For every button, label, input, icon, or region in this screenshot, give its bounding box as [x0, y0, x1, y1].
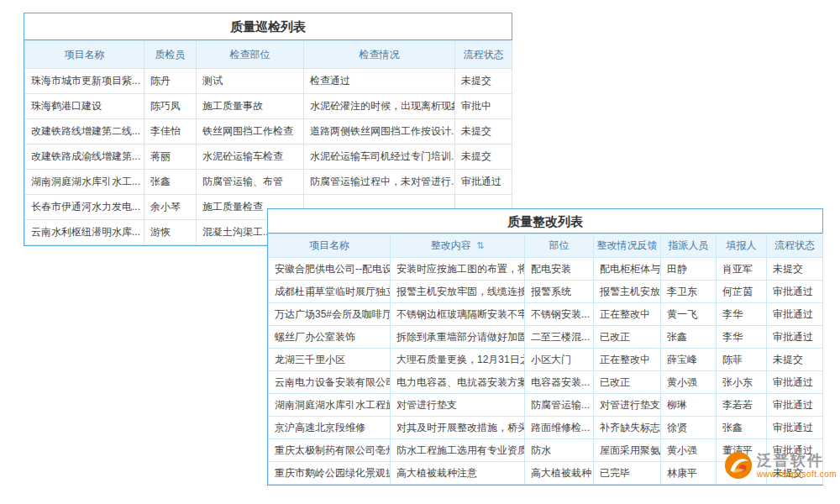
table-row[interactable]: 万达广场35#会所及咖啡厅空...不锈钢边框玻璃隔断安装不牢...不锈钢安装..… — [269, 303, 823, 326]
filler-name: 何芷茵 — [717, 281, 767, 303]
rectify-content: 报警主机安放牢固，线缆连接... — [391, 281, 525, 303]
rectify-feedback: 已完毕 — [594, 462, 661, 485]
page: 质量巡检列表 项目名称 质检员 检查部位 检查情况 流程状态 珠海市城市更新项目… — [0, 0, 840, 504]
assignee-name: 田静 — [661, 258, 717, 281]
rectify-part: 高大植被栽种 — [525, 462, 594, 485]
project-name-link[interactable]: 成都杜甫草堂临时展厅独立展... — [269, 281, 391, 303]
assignee-name: 柳琳 — [661, 394, 717, 417]
flow-status: 审批中 — [455, 94, 512, 119]
logo-website[interactable]: www.fanpusoft.com — [757, 470, 837, 480]
rectify-feedback: 已改正 — [594, 371, 661, 394]
rectify-content: 拆除到承重墙部分请做好加固... — [391, 326, 525, 349]
filler-name: 肖亚军 — [717, 258, 767, 281]
flow-status: 未提交 — [767, 258, 823, 281]
sort-icon[interactable]: ⇅ — [476, 240, 484, 250]
inspector-name: 游恢 — [144, 220, 197, 245]
table-row[interactable]: 安徽合肥供电公司--配电设备...安装时应按施工图的布置，将...配电安装配电柜… — [269, 258, 823, 281]
filler-name: 陈菲 — [717, 349, 767, 371]
col-header-filler: 填报人 — [717, 234, 767, 258]
inspector-name: 余小琴 — [144, 195, 197, 220]
table-row[interactable]: 珠海鹤港口建设陈巧凤施工质量事故水泥砼灌注的时候，出现离析现象审批中 — [25, 94, 512, 119]
rectify-table-card: 质量整改列表 项目名称 整改内容 ⇅ 部位 整改情况反馈 指派人员 填报人 流程… — [267, 208, 823, 486]
rectify-content: 电力电容器、电抗器安装方案... — [391, 371, 525, 394]
col-header-assignee: 指派人员 — [661, 234, 717, 258]
project-name-link[interactable]: 安徽合肥供电公司--配电设备... — [269, 258, 391, 281]
project-name-link[interactable]: 云南电力设备安装有限公司20... — [269, 371, 391, 394]
filler-name: 李若若 — [717, 394, 767, 417]
project-name-link[interactable]: 长春市伊通河水力发电... — [25, 195, 144, 220]
check-part: 测试 — [197, 69, 304, 94]
project-name-link[interactable]: 湖南洞庭湖水库引水工... — [25, 170, 144, 195]
rectify-feedback: 报警主机安放... — [594, 281, 661, 303]
rectify-feedback: 已改正 — [594, 326, 661, 349]
col-header-project-name: 项目名称 — [25, 41, 144, 69]
rectify-table: 项目名称 整改内容 ⇅ 部位 整改情况反馈 指派人员 填报人 流程状态 安徽合肥… — [268, 234, 823, 485]
col-header-rectify-content-label: 整改内容 — [431, 239, 471, 251]
rectify-part: 电容器安装... — [525, 371, 594, 394]
check-part: 铁丝网围挡工作检查 — [197, 119, 304, 144]
inspector-name: 李佳怡 — [144, 119, 197, 144]
project-name-link[interactable]: 万达广场35#会所及咖啡厅空... — [269, 303, 391, 326]
project-name-link[interactable]: 湖南洞庭湖水库引水工程施... — [269, 394, 391, 417]
col-header-part: 部位 — [525, 234, 594, 258]
inspection-header-row: 项目名称 质检员 检查部位 检查情况 流程状态 — [25, 41, 512, 69]
filler-name: 张鑫 — [717, 417, 767, 439]
project-name-link[interactable]: 螺丝厂办公室装饰 — [269, 326, 391, 349]
project-name-link[interactable]: 改建铁路成渝线增建第... — [25, 144, 144, 170]
rectify-part: 报警系统 — [525, 281, 594, 303]
rectify-content: 安装时应按施工图的布置，将... — [391, 258, 525, 281]
project-name-link[interactable]: 珠海鹤港口建设 — [25, 94, 144, 119]
col-header-check-situation: 检查情况 — [304, 41, 455, 69]
rectify-content: 不锈钢边框玻璃隔断安装不牢... — [391, 303, 525, 326]
rectify-content: 对管进行垫支 — [391, 394, 525, 417]
check-situation: 防腐管运输过程中，未对管进行... — [304, 170, 455, 195]
assignee-name: 黄小强 — [661, 371, 717, 394]
project-name-link[interactable]: 改建铁路线增建第二线... — [25, 119, 144, 144]
assignee-name: 黄一飞 — [661, 303, 717, 326]
table-row[interactable]: 湖南洞庭湖水库引水工...张鑫防腐管运输、布管防腐管运输过程中，未对管进行...… — [25, 170, 512, 195]
fanpu-logo: 泛普软件 www.fanpusoft.com — [724, 451, 837, 480]
table-row[interactable]: 云南电力设备安装有限公司20...电力电容器、电抗器安装方案...电容器安装..… — [269, 371, 823, 394]
rectify-table-title: 质量整改列表 — [268, 209, 822, 234]
project-name-link[interactable]: 重庆市鹅岭公园绿化景观提升... — [269, 462, 391, 485]
table-row[interactable]: 改建铁路线增建第二线...李佳怡铁丝网围挡工作检查道路两侧铁丝网围挡工作按设计.… — [25, 119, 512, 144]
rectify-content: 高大植被栽种注意 — [391, 462, 525, 485]
fanpu-logo-text: 泛普软件 www.fanpusoft.com — [757, 452, 837, 479]
logo-brand-name: 泛普软件 — [757, 452, 837, 470]
rectify-content: 大理石质量更换，12月31日之... — [391, 349, 525, 371]
project-name-link[interactable]: 京沪高速北京段维修 — [269, 417, 391, 439]
filler-name: 李华 — [717, 303, 767, 326]
rectify-content: 对其及时开展整改措施，桥头... — [391, 417, 525, 439]
assignee-name: 张鑫 — [661, 326, 717, 349]
table-row[interactable]: 湖南洞庭湖水库引水工程施...对管进行垫支防腐管运输...对管进行垫支柳琳李若若… — [269, 394, 823, 417]
col-header-rectify-content: 整改内容 ⇅ — [391, 234, 525, 258]
project-name-link[interactable]: 珠海市城市更新项目紫... — [25, 69, 144, 94]
rectify-feedback: 正在整改中 — [594, 303, 661, 326]
project-name-link[interactable]: 重庆太极制药有限公司亳州中... — [269, 439, 391, 462]
inspector-name: 陈巧凤 — [144, 94, 197, 119]
rectify-feedback: 屋面采用聚氨... — [594, 439, 661, 462]
table-row[interactable]: 珠海市城市更新项目紫...陈丹测试检查通过未提交 — [25, 69, 512, 94]
flow-status: 未提交 — [455, 69, 512, 94]
project-name-link[interactable]: 云南水利枢纽潜明水库... — [25, 220, 144, 245]
col-header-inspector: 质检员 — [144, 41, 197, 69]
assignee-name: 林康平 — [661, 462, 717, 485]
rectify-content: 防水工程施工选用有专业资质... — [391, 439, 525, 462]
check-part: 施工质量事故 — [197, 94, 304, 119]
flow-status: 审批通过 — [455, 170, 512, 195]
check-part: 防腐管运输、布管 — [197, 170, 304, 195]
filler-name: 张小东 — [717, 371, 767, 394]
rectify-part: 防水 — [525, 439, 594, 462]
table-row[interactable]: 龙湖三千里小区大理石质量更换，12月31日之...小区大门正在整改中薛宝峰陈菲未… — [269, 349, 823, 371]
flow-status: 审批通过 — [767, 371, 823, 394]
project-name-link[interactable]: 龙湖三千里小区 — [269, 349, 391, 371]
table-row[interactable]: 京沪高速北京段维修对其及时开展整改措施，桥头...路面维修检...补齐缺失标志.… — [269, 417, 823, 439]
rectify-header-row: 项目名称 整改内容 ⇅ 部位 整改情况反馈 指派人员 填报人 流程状态 — [269, 234, 823, 258]
inspection-table-title: 质量巡检列表 — [24, 13, 512, 40]
col-header-flow-status: 流程状态 — [767, 234, 823, 258]
fanpu-logo-icon — [724, 451, 753, 480]
table-row[interactable]: 成都杜甫草堂临时展厅独立展...报警主机安放牢固，线缆连接...报警系统报警主机… — [269, 281, 823, 303]
table-row[interactable]: 螺丝厂办公室装饰拆除到承重墙部分请做好加固...二至三楼混...已改正张鑫李华审… — [269, 326, 823, 349]
rectify-part: 小区大门 — [525, 349, 594, 371]
table-row[interactable]: 改建铁路成渝线增建第...蒋丽水泥砼运输车检查水泥砼运输车司机经过专门培训...… — [25, 144, 512, 170]
